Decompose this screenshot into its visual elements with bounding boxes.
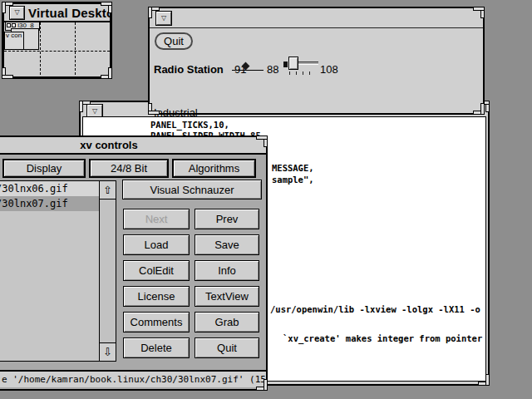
comments-button[interactable]: Comments (123, 312, 190, 332)
code-line: `xv_create' makes integer from pointer w… (283, 333, 486, 343)
resize-corner[interactable] (256, 379, 268, 391)
slider-trough[interactable] (298, 62, 318, 65)
xv-controls-window: xv controls Display 24/8 Bit Algorithms … (0, 135, 268, 391)
resize-corner[interactable] (2, 2, 13, 13)
slider-max-label: 108 (320, 63, 338, 76)
coledit-button[interactable]: ColEdit (123, 260, 190, 281)
next-button[interactable]: Next (123, 209, 190, 229)
resize-corner[interactable] (2, 67, 13, 79)
file-name: 30lnx06.gif (2, 183, 67, 195)
slider-tick (309, 71, 310, 75)
display-menu-button[interactable]: Display (2, 159, 86, 178)
desktop-pager[interactable]: l30_8 v con (4, 22, 110, 75)
file-name: 30lnx07.gif (2, 198, 67, 209)
resize-corner[interactable] (473, 7, 485, 18)
slider-tick (289, 71, 290, 75)
code-line: MESSAGE, (272, 163, 314, 173)
info-button[interactable]: Info (195, 260, 259, 281)
resize-corner[interactable] (473, 103, 485, 115)
mini-window-label: v con (6, 32, 22, 39)
file-list-scrollbar[interactable]: ⇧ ⇩ (99, 180, 116, 362)
triangle-down-icon: ▽ (14, 9, 19, 16)
algorithms-menu-button[interactable]: Algorithms (172, 159, 256, 178)
resize-corner[interactable] (478, 374, 490, 386)
filename-status-bar: e '/home/kamran/book.linux/ch30/30lnx07.… (0, 370, 266, 387)
triangle-down-icon: ▽ (161, 15, 166, 22)
slider-endcap (283, 62, 288, 67)
xv-controls-titlebar[interactable]: xv controls (0, 137, 266, 155)
mini-titlebar-icon (12, 23, 16, 27)
resize-corner[interactable] (101, 2, 112, 13)
frequency-slider[interactable] (283, 57, 322, 75)
radio-station-window: ▽ Quit Radio Station 91 88 108 Industria… (148, 7, 485, 115)
slider-knob[interactable] (288, 57, 298, 70)
pager-mini-window-xv[interactable]: v con (4, 32, 24, 50)
grab-button[interactable]: Grab (195, 312, 259, 332)
virtual-desktop-titlebar[interactable]: ▽ Virtual Desktop (4, 4, 110, 22)
quit-button[interactable]: Quit (195, 337, 259, 358)
text-field-underline (232, 70, 264, 71)
pager-grid-line (4, 51, 110, 52)
scroll-up-icon[interactable]: ⇧ (100, 181, 116, 200)
delete-button[interactable]: Delete (123, 337, 190, 358)
resize-corner[interactable] (101, 67, 112, 79)
mini-titlebar-icon (7, 23, 11, 27)
code-line: PANEL_TICKS,10, (150, 120, 229, 130)
resize-corner[interactable] (148, 103, 160, 115)
slider-min-label: 88 (267, 63, 278, 76)
virtual-desktop-window: ▽ Virtual Desktop l30_8 v con (2, 2, 112, 79)
resize-corner[interactable] (79, 101, 91, 112)
slider-tick (296, 71, 297, 75)
pager-grid-line (40, 22, 41, 75)
slider-tick (303, 71, 303, 75)
radio-station-label: Radio Station (154, 63, 224, 76)
visual-schnauzer-button[interactable]: Visual Schnauzer (122, 180, 262, 200)
license-button[interactable]: License (123, 286, 190, 307)
triangle-down-icon: ▽ (92, 108, 97, 115)
save-button[interactable]: Save (195, 234, 259, 255)
pager-grid-line (75, 22, 76, 75)
prev-button[interactable]: Prev (195, 209, 259, 229)
bit-mode-menu-button[interactable]: 24/8 Bit (89, 159, 169, 178)
quit-button[interactable]: Quit (155, 32, 193, 50)
file-list[interactable]: /30lnx06.gif /30lnx07.gif (0, 180, 100, 362)
code-line: sample", (272, 175, 314, 185)
list-item[interactable]: /30lnx06.gif (0, 181, 99, 196)
radio-window-titlebar[interactable]: ▽ (150, 8, 483, 28)
code-line: /usr/openwin/lib -lxview -lolgx -lX11 -o… (270, 304, 486, 314)
genre-text: Industrial (154, 106, 198, 119)
resize-corner[interactable] (148, 7, 160, 18)
virtual-desktop-title: Virtual Desktop (28, 6, 110, 20)
scroll-down-icon[interactable]: ⇩ (100, 342, 116, 361)
textview-button[interactable]: TextView (195, 286, 259, 307)
list-item-selected[interactable]: /30lnx07.gif (0, 196, 99, 211)
load-button[interactable]: Load (123, 234, 190, 255)
resize-corner[interactable] (256, 135, 268, 147)
